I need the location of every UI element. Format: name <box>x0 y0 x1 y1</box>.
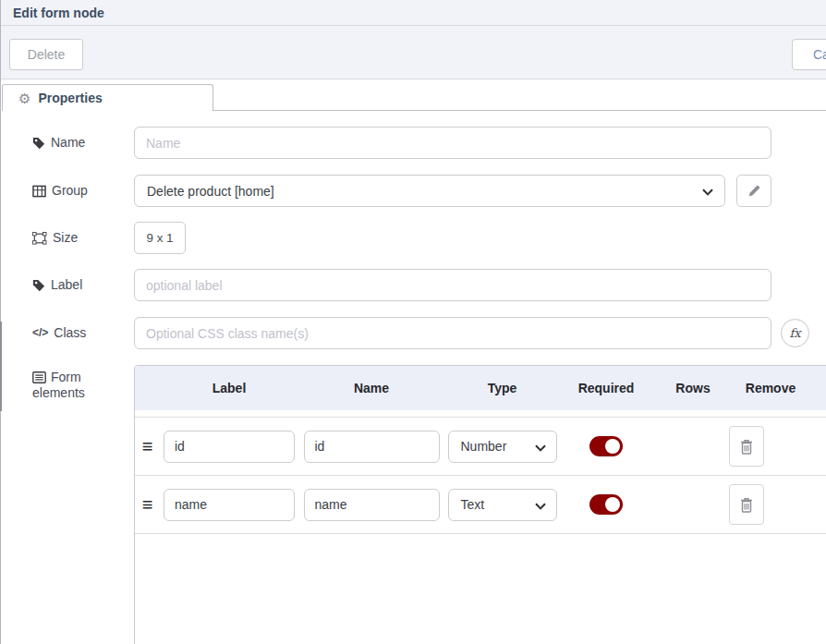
remove-row-button[interactable] <box>729 426 764 467</box>
name-input[interactable] <box>134 127 771 159</box>
remove-row-button[interactable] <box>729 484 764 525</box>
form-elements-list: ≡ Number ≡ Text <box>135 417 826 534</box>
chevron-down-icon <box>535 444 546 452</box>
element-type-value: Text <box>461 497 485 512</box>
tab-bar: ⚙ Properties <box>0 79 826 111</box>
col-header-label: Label <box>160 381 298 395</box>
table-icon <box>32 185 46 198</box>
list-alt-icon <box>32 371 46 383</box>
fx-button[interactable]: fx <box>781 319 809 347</box>
name-label: Name <box>32 135 85 151</box>
col-header-rows: Rows <box>652 381 734 395</box>
dialog-titlebar: Edit form node <box>0 0 826 26</box>
drag-handle-icon[interactable]: ≡ <box>142 437 153 456</box>
group-select[interactable]: Delete product [home] <box>134 175 725 207</box>
size-label: Size <box>32 230 78 246</box>
tabbar-divider <box>213 110 826 111</box>
dialog-toolbar: Delete Cancel <box>0 26 826 79</box>
col-header-type: Type <box>444 381 560 395</box>
tab-properties[interactable]: ⚙ Properties <box>2 84 213 111</box>
element-name-input[interactable] <box>304 431 440 463</box>
table-header-row: Label Name Type Required Rows Remove <box>135 366 826 410</box>
form-element-row: ≡ Text <box>135 476 826 534</box>
form-elements-label: Form elements <box>32 370 103 401</box>
tab-properties-label: Properties <box>38 91 102 105</box>
trash-icon <box>739 496 754 514</box>
delete-button[interactable]: Delete <box>9 39 83 70</box>
required-toggle[interactable] <box>589 494 623 515</box>
element-type-select[interactable]: Number <box>448 431 557 463</box>
element-label-input[interactable] <box>164 431 295 463</box>
col-header-remove: Remove <box>734 381 808 395</box>
class-label: </> Class <box>32 325 86 341</box>
tag-icon <box>32 137 45 150</box>
panel-scrollbar-thumb[interactable] <box>0 322 2 411</box>
class-input[interactable] <box>134 317 771 349</box>
code-icon: </> <box>32 325 48 341</box>
required-toggle[interactable] <box>589 436 623 456</box>
object-group-icon <box>32 232 47 245</box>
dialog-title: Edit form node <box>13 6 104 20</box>
form-element-row: ≡ Number <box>135 418 826 476</box>
chevron-down-icon <box>535 503 546 510</box>
group-edit-button[interactable] <box>736 175 771 207</box>
element-label-input[interactable] <box>164 489 295 521</box>
group-label: Group <box>32 183 88 199</box>
pencil-icon <box>747 185 760 198</box>
element-type-value: Number <box>461 439 507 454</box>
label-label: Label <box>32 277 82 293</box>
group-select-value: Delete product [home] <box>147 184 274 199</box>
tag-icon <box>32 279 45 292</box>
element-type-select[interactable]: Text <box>448 489 557 521</box>
cancel-button[interactable]: Cancel <box>792 39 826 70</box>
col-header-required: Required <box>560 381 652 395</box>
chevron-down-icon <box>702 188 713 196</box>
drag-handle-icon[interactable]: ≡ <box>142 495 153 514</box>
size-button[interactable]: 9 x 1 <box>134 222 186 254</box>
trash-icon <box>739 438 754 456</box>
label-input[interactable] <box>134 269 771 301</box>
toggle-knob <box>605 497 620 512</box>
col-header-name: Name <box>298 381 444 395</box>
toggle-knob <box>605 439 620 454</box>
element-name-input[interactable] <box>304 489 440 521</box>
form-elements-table: Label Name Type Required Rows Remove ≡ N… <box>134 365 826 644</box>
gear-icon: ⚙ <box>18 91 30 105</box>
